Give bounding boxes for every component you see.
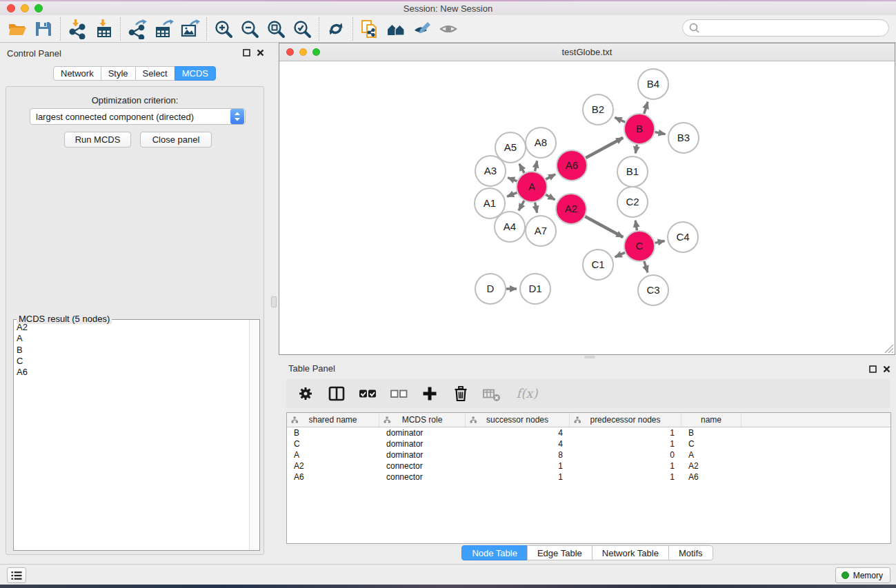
graph-edge-A-A5[interactable]	[519, 164, 524, 173]
duplicate-network-button[interactable]	[357, 17, 383, 41]
close-panel-icon[interactable]	[257, 49, 264, 57]
import-table-button[interactable]	[90, 17, 117, 41]
split-grip[interactable]	[271, 296, 277, 307]
zoom-fit-button[interactable]	[263, 17, 289, 41]
graph-node-B3[interactable]: B3	[668, 123, 699, 153]
graph-node-A6[interactable]: A6	[557, 150, 587, 181]
graph-edge-A2-C[interactable]	[585, 216, 623, 237]
split-grip[interactable]	[584, 356, 595, 358]
result-item[interactable]: B	[17, 345, 249, 356]
houses-button[interactable]	[383, 17, 409, 41]
export-table-button[interactable]	[150, 17, 177, 41]
graph-node-A7[interactable]: A7	[526, 216, 556, 246]
graph-node-A[interactable]: A	[517, 172, 547, 202]
tab-motifs[interactable]: Motifs	[668, 545, 713, 560]
table-row[interactable]: A6 connector 1 1 A6	[287, 472, 890, 483]
save-session-button[interactable]	[30, 17, 57, 41]
close-panel-button[interactable]: Close panel	[140, 132, 212, 148]
graph-node-B4[interactable]: B4	[638, 69, 668, 99]
open-session-button[interactable]	[4, 17, 30, 41]
graph-node-C3[interactable]: C3	[638, 275, 668, 305]
unselect-all-columns-button[interactable]	[389, 383, 408, 404]
create-column-button[interactable]	[420, 383, 439, 404]
memory-button[interactable]: Memory	[835, 567, 890, 583]
graph-node-B2[interactable]: B2	[583, 94, 613, 125]
column-header-name[interactable]: name	[681, 413, 741, 427]
zoom-out-button[interactable]	[237, 17, 263, 41]
graph-node-A8[interactable]: A8	[526, 128, 556, 158]
table-row[interactable]: A2 connector 1 1 A2	[287, 460, 890, 472]
graph-edge-A-A3[interactable]	[508, 178, 517, 181]
column-header-shared-name[interactable]: shared name	[287, 413, 379, 427]
result-item[interactable]: A6	[17, 367, 249, 378]
graph-edge-B-B1[interactable]	[635, 145, 637, 154]
search-field[interactable]	[682, 19, 889, 37]
graphics-details-button[interactable]	[435, 17, 461, 41]
zoom-selected-button[interactable]	[289, 17, 315, 41]
graph-edge-B-B4[interactable]	[644, 102, 648, 114]
tab-node-table[interactable]: Node Table	[461, 545, 528, 560]
tab-network[interactable]: Network	[53, 66, 101, 81]
graph-edge-C-C4[interactable]	[655, 241, 665, 243]
graph-node-A5[interactable]: A5	[495, 132, 526, 163]
tab-select[interactable]: Select	[135, 66, 175, 81]
show-column-button[interactable]	[327, 383, 346, 404]
result-item[interactable]: A	[17, 333, 249, 344]
graph-edge-A-A6[interactable]	[546, 174, 555, 179]
resize-grip-icon[interactable]	[883, 343, 894, 354]
graph-node-C[interactable]: C	[624, 231, 655, 261]
export-image-button[interactable]	[177, 17, 203, 41]
criterion-select[interactable]: largest connected component (directed)	[30, 108, 246, 125]
close-panel-icon[interactable]	[883, 365, 890, 373]
float-panel-icon[interactable]	[869, 365, 877, 373]
export-network-button[interactable]	[124, 17, 150, 41]
graph-edge-A-A8[interactable]	[535, 161, 537, 171]
graph-edge-A-A1[interactable]	[507, 192, 517, 196]
graph-edge-B-B2[interactable]	[615, 117, 625, 122]
result-scrollbar[interactable]	[249, 320, 259, 550]
tab-style[interactable]: Style	[101, 66, 136, 81]
graph-edge-C-C3[interactable]	[644, 261, 648, 272]
graph-node-B1[interactable]: B1	[617, 156, 648, 187]
result-item[interactable]: A2	[17, 322, 249, 333]
result-item[interactable]: C	[17, 356, 249, 367]
zoom-in-button[interactable]	[210, 17, 237, 41]
tab-mcds[interactable]: MCDS	[175, 66, 216, 81]
graph-node-A4[interactable]: A4	[495, 212, 525, 242]
annotation-mode-button[interactable]	[409, 17, 435, 41]
graph-edge-A-A7[interactable]	[535, 203, 537, 213]
graph-node-C1[interactable]: C1	[583, 250, 613, 280]
float-panel-icon[interactable]	[243, 49, 250, 57]
graph-edge-A6-B[interactable]	[586, 138, 623, 158]
graph-node-D[interactable]: D	[475, 274, 506, 304]
table-row[interactable]: B dominator 4 1 B	[287, 427, 890, 438]
select-all-columns-button[interactable]	[358, 383, 377, 404]
network-graph[interactable]: B4B2BB3A8A5A6B1A3AC2A1A2A4A7C4CC1C3DD1	[279, 62, 894, 355]
delete-table-button[interactable]	[482, 383, 501, 404]
task-history-button[interactable]	[7, 567, 26, 583]
graph-node-C4[interactable]: C4	[668, 222, 698, 252]
column-header-predecessor-nodes[interactable]: predecessor nodes	[570, 413, 681, 427]
graph-node-D1[interactable]: D1	[520, 274, 550, 304]
network-canvas[interactable]: B4B2BB3A8A5A6B1A3AC2A1A2A4A7C4CC1C3DD1	[279, 62, 895, 354]
delete-column-button[interactable]	[451, 383, 470, 404]
import-network-button[interactable]	[64, 17, 90, 41]
tab-network-table[interactable]: Network Table	[592, 545, 669, 560]
graph-edge-C-C1[interactable]	[615, 252, 625, 256]
graph-edge-C-C2[interactable]	[635, 221, 637, 231]
graph-node-A1[interactable]: A1	[475, 188, 505, 219]
vertical-split-divider[interactable]	[270, 43, 279, 564]
graph-node-A3[interactable]: A3	[475, 156, 506, 186]
run-mcds-button[interactable]: Run MCDS	[64, 132, 131, 148]
tab-edge-table[interactable]: Edge Table	[527, 545, 593, 560]
graph-edge-B-B3[interactable]	[655, 132, 666, 134]
table-options-button[interactable]	[296, 383, 315, 404]
function-builder-button[interactable]: f(x)	[513, 383, 541, 404]
table-row[interactable]: C dominator 4 1 C	[287, 438, 890, 449]
graph-node-A2[interactable]: A2	[556, 194, 586, 224]
table-row[interactable]: A dominator 8 0 A	[287, 449, 890, 460]
refresh-layout-button[interactable]	[323, 17, 349, 41]
column-header-successor-nodes[interactable]: successor nodes	[466, 413, 570, 427]
graph-node-C2[interactable]: C2	[617, 187, 648, 217]
graph-edge-A-A2[interactable]	[546, 194, 555, 200]
